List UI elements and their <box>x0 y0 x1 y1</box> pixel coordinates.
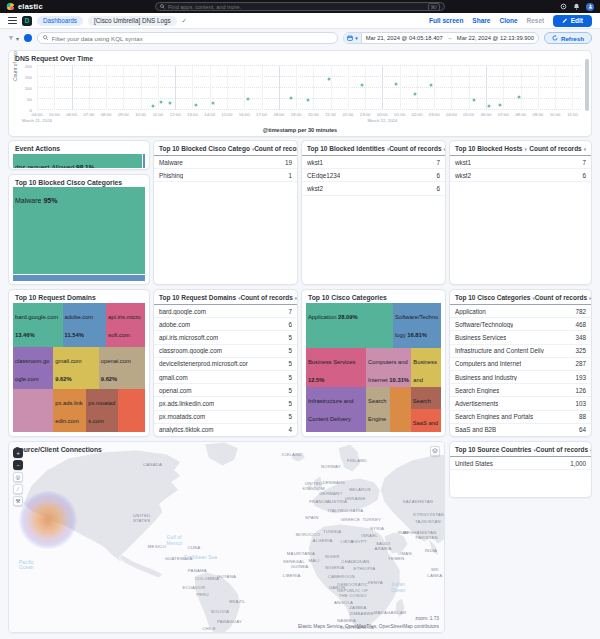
clone-button[interactable]: Clone <box>499 17 517 24</box>
treemap-block[interactable]: api.iris.microsoft.com 9.62% <box>106 303 145 347</box>
breadcrumb-dashboards[interactable]: Dashboards <box>37 16 83 26</box>
table-value-header[interactable]: Count of records▾ <box>389 145 446 152</box>
table-title[interactable]: Top 10 Blocked Cisco Catego▾ <box>159 145 254 152</box>
table-row[interactable]: Search Engines and Portals88 <box>450 411 591 424</box>
map-country-label: KYRGYZSTAN <box>413 512 444 517</box>
table-row[interactable]: px.moatads.com5 <box>154 411 297 424</box>
breadcrumb-current[interactable]: [Cisco Umbrella] DNS Logs <box>88 16 177 26</box>
table-row[interactable]: api.iris.microsoft.com5 <box>154 331 297 344</box>
table-row[interactable]: px.ads.linkedin.com5 <box>154 397 297 410</box>
chevron-down-icon: ▾ <box>355 35 358 41</box>
table-row[interactable]: Advertisements103 <box>450 397 591 410</box>
global-search[interactable]: ⌘/ <box>155 2 445 11</box>
reset-button[interactable]: Reset <box>527 17 545 24</box>
share-button[interactable]: Share <box>472 17 490 24</box>
menu-icon[interactable] <box>8 17 17 24</box>
table-row[interactable]: gmail.com5 <box>154 371 297 384</box>
treemap-block[interactable] <box>390 387 411 432</box>
table-row[interactable]: wkst17 <box>302 156 445 169</box>
treemap-block[interactable]: SaaS and B2B 2.3% <box>411 409 441 432</box>
treemap-block[interactable]: Business Services 12.5% <box>306 348 366 387</box>
treemap-block[interactable]: Infrastructure and Content Delivery Netw… <box>306 387 366 432</box>
scrollbar[interactable] <box>585 59 589 111</box>
table-row[interactable]: CEdge12346 <box>302 169 445 182</box>
dashboard-app-icon[interactable]: D <box>22 16 32 26</box>
table-row[interactable]: wkst26 <box>302 182 445 195</box>
calendar-dropdown[interactable]: ▾ <box>344 33 362 43</box>
table-row[interactable]: devicelistenerprod.microsoft.cor5 <box>154 358 297 371</box>
gear-icon[interactable] <box>560 3 567 10</box>
measure-icon[interactable]: ∕ <box>13 484 23 494</box>
filters-dropdown[interactable]: ▾ <box>8 35 19 42</box>
treemap-block[interactable]: Computers and Internet 10.31% <box>366 348 411 387</box>
kql-input[interactable] <box>52 35 333 42</box>
table-row[interactable]: bard.google.com7 <box>154 305 297 318</box>
table-row[interactable]: wkst26 <box>450 169 591 182</box>
table-row[interactable]: Infrastructure and Content Deliv325 <box>450 345 591 358</box>
elastic-logo[interactable]: elastic <box>6 2 43 11</box>
treemap-block[interactable]: Search Engines 4.53% <box>366 387 390 432</box>
treemap-block[interactable]: px.ads.linkedin.com 9.62% <box>53 389 86 432</box>
table-row[interactable]: Application782 <box>450 305 591 318</box>
treemap-block[interactable]: dns-request-Allowed 98.1% <box>13 154 142 168</box>
table-row[interactable]: Computers and Internet287 <box>450 358 591 371</box>
table-row[interactable]: Business and Industry193 <box>450 371 591 384</box>
bell-icon[interactable] <box>573 3 580 10</box>
date-from[interactable]: Mar 21, 2024 @ 04:05:18.407 <box>362 35 447 41</box>
table-row[interactable]: Business Services348 <box>450 331 591 344</box>
user-avatar[interactable] <box>586 3 594 11</box>
map-country-label: NIGER <box>325 554 340 559</box>
table-row[interactable]: adobe.com6 <box>154 318 297 331</box>
table-row[interactable]: openai.com5 <box>154 384 297 397</box>
map-country-label: GUYANA <box>217 574 236 579</box>
zoom-out-icon[interactable]: − <box>13 460 23 470</box>
treemap-block[interactable]: openai.com 9.62% <box>99 347 145 390</box>
table-row[interactable]: classroom.google.com5 <box>154 345 297 358</box>
table-row[interactable]: Software/Technology468 <box>450 318 591 331</box>
date-range-picker[interactable]: ▾ Mar 21, 2024 @ 04:05:18.407 → Mar 22, … <box>343 32 539 44</box>
table-row[interactable]: wkst17 <box>450 156 591 169</box>
date-to[interactable]: Mar 22, 2024 @ 12:13:39.900 <box>453 35 538 41</box>
table-value-header[interactable]: Count of records▾ <box>535 294 592 301</box>
table-value-header[interactable]: Count of records▾ <box>536 446 592 453</box>
saved-query-badge[interactable] <box>24 34 32 42</box>
edit-button[interactable]: Edit <box>553 15 592 27</box>
table-row[interactable]: United States1,000 <box>450 457 591 470</box>
treemap-block[interactable]: bard.google.com 13.46% <box>13 303 63 347</box>
refresh-button[interactable]: Refresh <box>544 32 592 44</box>
treemap-block[interactable]: Application 28.09% <box>306 303 393 348</box>
treemap-block[interactable] <box>143 154 145 168</box>
table-title[interactable]: Top 10 Cisco Categories▾ <box>455 294 535 301</box>
table-title[interactable]: Top 10 Blocked Identities▾ <box>307 145 389 152</box>
table-title[interactable]: Top 10 Blocked Hosts▾ <box>455 145 527 152</box>
table-row[interactable]: Search Engines126 <box>450 384 591 397</box>
world-map[interactable]: CANADAUNITED STATESMEXICOCUBAGUATEMALAPA… <box>9 442 444 632</box>
treemap-block[interactable]: classroom.google.com 9.62% <box>13 347 53 390</box>
tools-icon[interactable]: ⚒ <box>13 496 23 506</box>
treemap-block[interactable]: gmail.com 9.62% <box>53 347 99 390</box>
treemap-block[interactable]: Malware 95% <box>13 187 145 274</box>
x-gridline <box>296 66 297 110</box>
table-row[interactable]: Phishing1 <box>154 169 297 182</box>
treemap-block[interactable]: Business and Industry 6.93% <box>411 348 441 387</box>
treemap-block[interactable]: Search Engines and Portals 3.16% <box>411 387 441 410</box>
table-value-header[interactable]: Count of records▾ <box>240 294 297 301</box>
table-value-header[interactable]: Count of records▾ <box>254 145 298 152</box>
table-row[interactable]: Malware19 <box>154 156 297 169</box>
table-row[interactable]: analytics.tiktok.com4 <box>154 424 297 437</box>
treemap-block[interactable] <box>13 389 53 432</box>
map-attribution[interactable]: Elastic Maps Service, OpenMapTiles, Open… <box>298 624 439 629</box>
table-row[interactable]: SaaS and B2B64 <box>450 424 591 437</box>
treemap-block[interactable]: adobe.com 11.54% <box>63 303 107 347</box>
global-search-input[interactable] <box>168 4 425 10</box>
table-value-header[interactable]: Count of records▾ <box>529 145 586 152</box>
treemap-block[interactable]: Phishing 5% <box>13 275 145 281</box>
treemap-block[interactable]: Software/Technology 16.81% <box>393 303 441 348</box>
full-screen-button[interactable]: Full screen <box>429 17 463 24</box>
table-title[interactable]: Top 10 Request Domains▾ <box>159 294 240 301</box>
table-title[interactable]: Top 10 Source Countries▾ <box>455 446 536 453</box>
treemap-block[interactable]: px.moatads.com 9.62% <box>86 389 118 432</box>
set-view-icon[interactable]: ◎ <box>13 472 23 482</box>
treemap-block[interactable] <box>118 389 145 432</box>
kql-search-box[interactable] <box>37 32 338 44</box>
